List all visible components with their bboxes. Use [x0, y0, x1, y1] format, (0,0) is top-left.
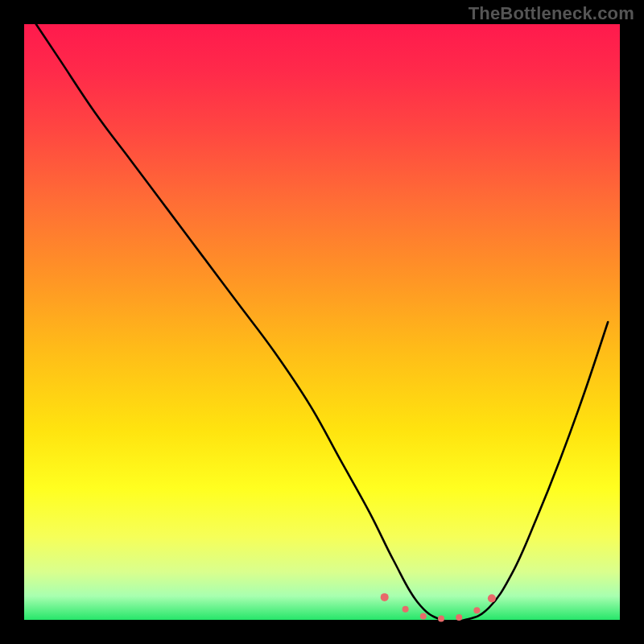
optimal-marker: [473, 607, 480, 613]
optimal-marker: [420, 613, 427, 620]
chart-svg: [0, 0, 644, 644]
chart-stage: TheBottleneck.com: [0, 0, 644, 644]
optimal-marker: [456, 614, 462, 621]
optimal-marker: [438, 616, 444, 622]
optimal-marker: [488, 594, 496, 602]
optimal-marker: [402, 606, 409, 613]
optimal-marker: [381, 593, 389, 601]
